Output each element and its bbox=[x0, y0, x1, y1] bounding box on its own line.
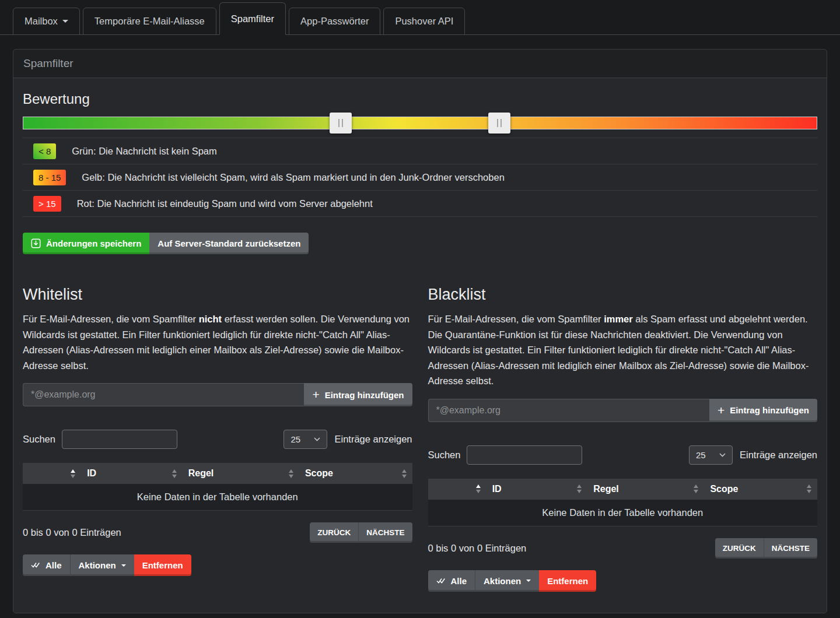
save-changes-button[interactable]: Änderungen speichern bbox=[23, 233, 149, 254]
chevron-down-icon bbox=[121, 564, 126, 567]
sort-desc-icon bbox=[289, 475, 293, 478]
col-label-regel: Regel bbox=[188, 468, 214, 479]
blacklist-select-all-label: Alle bbox=[451, 576, 467, 586]
blacklist-select-all-button[interactable]: Alle bbox=[428, 570, 475, 592]
blacklist-actions-button[interactable]: Aktionen bbox=[475, 570, 539, 592]
blacklist-entries-info: 0 bis 0 von 0 Einträgen bbox=[428, 543, 527, 554]
rating-buttons: Änderungen speichern Auf Server-Standard… bbox=[23, 233, 817, 254]
sort-asc-icon bbox=[289, 469, 293, 473]
blacklist-prev-button[interactable]: ZURÜCK bbox=[715, 538, 764, 559]
blacklist-remove-label: Entfernen bbox=[547, 576, 588, 586]
whitelist-desc-before: Für E-Mail-Adressen, die vom Spamfilter bbox=[23, 314, 199, 324]
blacklist-col-select[interactable] bbox=[428, 479, 487, 500]
col-label-scope: Scope bbox=[305, 468, 333, 479]
blacklist-table-footer: 0 bis 0 von 0 Einträgen ZURÜCK NÄCHSTE bbox=[428, 538, 818, 559]
blacklist-pagination: ZURÜCK NÄCHSTE bbox=[715, 538, 817, 559]
whitelist-header-row: ID Regel Scope bbox=[23, 463, 412, 484]
tab-pushover-api[interactable]: Pushover API bbox=[383, 8, 465, 35]
col-label-scope: Scope bbox=[710, 484, 738, 494]
blacklist-search-input[interactable] bbox=[467, 445, 582, 465]
whitelist-page-size-value: 25 bbox=[290, 434, 300, 444]
blacklist-header-row: ID Regel Scope bbox=[428, 479, 818, 500]
chevron-down-icon bbox=[62, 20, 68, 23]
plus-icon: + bbox=[312, 391, 319, 399]
whitelist-add-entry-button[interactable]: + Eintrag hinzufügen bbox=[304, 383, 412, 406]
blacklist-entries-label: Einträge anzeigen bbox=[740, 450, 817, 461]
tab-mailbox-label: Mailbox bbox=[24, 16, 58, 27]
whitelist-entries-info: 0 bis 0 von 0 Einträgen bbox=[23, 527, 121, 538]
reset-defaults-button[interactable]: Auf Server-Standard zurücksetzen bbox=[149, 233, 309, 254]
whitelist-address-input[interactable] bbox=[23, 383, 304, 406]
blacklist-col-regel[interactable]: Regel bbox=[587, 479, 704, 500]
slider-handle-low[interactable] bbox=[330, 113, 352, 134]
sort-desc-icon bbox=[577, 490, 582, 493]
blacklist-description: Für E-Mail-Adressen, die vom Spamfilter … bbox=[428, 311, 818, 389]
sort-desc-icon bbox=[694, 490, 698, 493]
slider-handle-high[interactable] bbox=[488, 113, 510, 134]
whitelist-col-scope[interactable]: Scope bbox=[299, 463, 412, 484]
tab-mailbox[interactable]: Mailbox bbox=[13, 8, 80, 35]
blacklist-col-scope[interactable]: Scope bbox=[704, 479, 817, 500]
whitelist-search-label: Suchen bbox=[23, 434, 55, 445]
whitelist-entries-label: Einträge anzeigen bbox=[334, 434, 412, 445]
blacklist-col-id[interactable]: ID bbox=[487, 479, 588, 500]
blacklist-page-size-select[interactable]: 25 bbox=[689, 445, 733, 465]
col-label-id: ID bbox=[87, 468, 96, 479]
chevron-down-icon bbox=[314, 437, 320, 441]
check-all-icon bbox=[436, 578, 446, 584]
spam-score-slider[interactable] bbox=[23, 117, 817, 129]
sort-asc-icon bbox=[476, 484, 481, 488]
blacklist-page-size-value: 25 bbox=[696, 450, 706, 460]
col-label-regel: Regel bbox=[593, 484, 619, 494]
whitelist-col-id[interactable]: ID bbox=[81, 463, 183, 484]
sort-asc-icon bbox=[71, 469, 75, 473]
tab-pushover-api-label: Pushover API bbox=[395, 16, 453, 27]
whitelist-actions-label: Aktionen bbox=[79, 560, 116, 570]
legend-text-green: Grün: Die Nachricht ist kein Spam bbox=[72, 146, 217, 157]
blacklist-title: Blacklist bbox=[428, 286, 818, 304]
sort-desc-icon bbox=[807, 490, 811, 493]
tab-bar: Mailbox Temporäre E-Mail-Aliasse Spamfil… bbox=[0, 0, 840, 35]
plus-icon: + bbox=[718, 406, 724, 415]
blacklist-add-group: + Eintrag hinzufügen bbox=[428, 399, 818, 422]
legend-row-red: > 15 Rot: Die Nachricht ist eindeutig Sp… bbox=[23, 191, 817, 217]
whitelist-actions-button[interactable]: Aktionen bbox=[70, 554, 134, 576]
blacklist-address-input[interactable] bbox=[428, 399, 709, 422]
sort-asc-icon bbox=[807, 484, 811, 488]
whitelist-col-regel[interactable]: Regel bbox=[183, 463, 299, 484]
blacklist-table: ID Regel Scope bbox=[428, 479, 818, 526]
whitelist-description: Für E-Mail-Adressen, die vom Spamfilter … bbox=[23, 311, 412, 373]
whitelist-page-size-select[interactable]: 25 bbox=[284, 430, 327, 449]
tab-spamfilter[interactable]: Spamfilter bbox=[219, 2, 286, 35]
check-all-icon bbox=[31, 562, 40, 568]
spamfilter-card: Spamfilter Bewertung < 8 Grün: Die Nachr… bbox=[13, 49, 827, 613]
blacklist-remove-button[interactable]: Entfernen bbox=[539, 570, 596, 592]
blacklist-add-entry-button[interactable]: + Eintrag hinzufügen bbox=[709, 399, 817, 422]
tab-temp-aliases-label: Temporäre E-Mail-Aliasse bbox=[94, 16, 205, 27]
whitelist-pagination: ZURÜCK NÄCHSTE bbox=[310, 522, 412, 543]
tab-app-passwords[interactable]: App-Passwörter bbox=[289, 8, 380, 35]
sort-asc-icon bbox=[172, 469, 177, 473]
rating-title: Bewertung bbox=[23, 91, 817, 107]
whitelist-prev-button[interactable]: ZURÜCK bbox=[310, 522, 358, 543]
sort-desc-icon bbox=[402, 475, 407, 478]
whitelist-remove-label: Entfernen bbox=[142, 560, 183, 570]
whitelist-search-input[interactable] bbox=[62, 430, 177, 449]
save-changes-label: Änderungen speichern bbox=[46, 238, 141, 248]
sort-desc-icon bbox=[476, 490, 481, 493]
sort-asc-icon bbox=[402, 469, 407, 473]
whitelist-col-select[interactable] bbox=[23, 463, 81, 484]
whitelist-empty-row: Keine Daten in der Tabelle vorhanden bbox=[23, 484, 412, 511]
reset-defaults-label: Auf Server-Standard zurücksetzen bbox=[158, 238, 300, 248]
blacklist-actions: Alle Aktionen Entfernen bbox=[428, 570, 818, 592]
score-badge-yellow: 8 - 15 bbox=[33, 170, 66, 185]
whitelist-next-button[interactable]: NÄCHSTE bbox=[358, 522, 412, 543]
whitelist-select-all-button[interactable]: Alle bbox=[23, 554, 70, 576]
whitelist-table-footer: 0 bis 0 von 0 Einträgen ZURÜCK NÄCHSTE bbox=[23, 522, 412, 543]
tab-temp-aliases[interactable]: Temporäre E-Mail-Aliasse bbox=[83, 8, 216, 35]
legend-text-yellow: Gelb: Die Nachricht ist vielleicht Spam,… bbox=[82, 172, 504, 183]
list-columns: Whitelist Für E-Mail-Adressen, die vom S… bbox=[23, 286, 817, 592]
whitelist-remove-button[interactable]: Entfernen bbox=[134, 554, 191, 576]
blacklist-next-button[interactable]: NÄCHSTE bbox=[764, 538, 817, 559]
chevron-down-icon bbox=[719, 453, 726, 457]
